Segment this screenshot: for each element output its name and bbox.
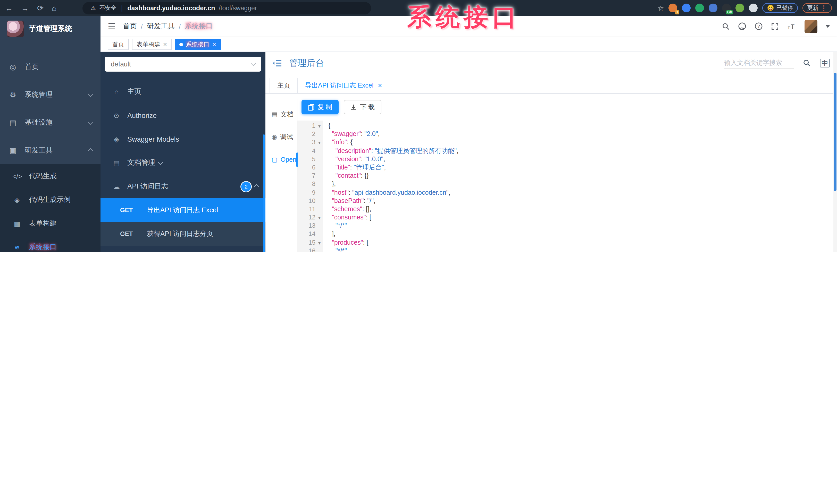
breadcrumb-item[interactable]: 研发工具 bbox=[147, 22, 175, 31]
ext-green-alien-icon[interactable] bbox=[736, 4, 745, 12]
update-pill[interactable]: 更新 ⋮ bbox=[802, 3, 832, 13]
sidebar-scrollbar-thumb[interactable] bbox=[263, 134, 265, 252]
bookmark-star-icon[interactable]: ☆ bbox=[657, 4, 664, 12]
browser-nav: ← → ⟳ ⌂ bbox=[5, 3, 83, 13]
ext-blue-drop-icon[interactable] bbox=[682, 4, 691, 12]
mini-nav-Open[interactable]: ▢Open bbox=[265, 148, 297, 171]
ext-white-paw-icon[interactable] bbox=[749, 4, 758, 12]
swagger-menu-item-2[interactable]: ◈Swagger Models bbox=[101, 127, 265, 151]
doc-tab-导出API 访问日志 Excel[interactable]: 导出API 访问日志 Excel✕ bbox=[297, 78, 390, 93]
avatar[interactable] bbox=[804, 20, 817, 33]
hamburger-icon[interactable]: ☰ bbox=[108, 21, 116, 32]
code-line: "*/*" bbox=[328, 247, 837, 252]
browser-menu-icon[interactable]: ⋮ bbox=[820, 4, 827, 12]
close-icon[interactable]: ✕ bbox=[163, 41, 167, 47]
sidebar-item-label: 首页 bbox=[25, 62, 39, 72]
sidebar-item-4[interactable]: </>代码生成 bbox=[0, 164, 101, 188]
font-size-icon[interactable]: тT bbox=[787, 22, 796, 30]
close-icon[interactable]: ✕ bbox=[212, 41, 216, 47]
fold-caret-icon[interactable]: ▾ bbox=[316, 214, 321, 222]
tag-首页[interactable]: 首页 bbox=[108, 39, 129, 50]
chevron-down-icon bbox=[158, 160, 163, 165]
help-icon[interactable]: ? bbox=[754, 22, 763, 31]
paused-pill[interactable]: 😀 已暂停 bbox=[763, 3, 798, 13]
home-icon[interactable]: ⌂ bbox=[52, 4, 56, 12]
line-number: 14 bbox=[297, 230, 323, 238]
profile-emoji-icon: 😀 bbox=[767, 5, 774, 11]
editor-column: 复 制 下 载 1▾2 3▾4 5 6 7 8 9 10 11 12▾13 14… bbox=[297, 94, 837, 252]
http-method-label: GET bbox=[120, 230, 147, 238]
open-file-icon: ▢ bbox=[272, 156, 278, 163]
fold-caret-icon[interactable]: ▾ bbox=[316, 239, 321, 247]
chevron-down-icon bbox=[251, 61, 256, 66]
language-toggle[interactable]: 中 bbox=[820, 58, 830, 67]
ext-orange-icon[interactable]: 1 bbox=[669, 4, 677, 12]
ext-github-icon[interactable]: Gh bbox=[722, 4, 731, 12]
doc-tab-label: 导出API 访问日志 Excel bbox=[305, 81, 373, 90]
fold-caret-icon[interactable]: ▾ bbox=[316, 122, 321, 130]
swagger-menu-item-0[interactable]: ⌂主页 bbox=[101, 80, 265, 104]
page-scrollbar[interactable] bbox=[833, 52, 837, 252]
address-bar[interactable]: ⚠ 不安全 | dashboard.yudao.iocoder.cn/tool/… bbox=[83, 2, 371, 14]
code-line: }, bbox=[328, 180, 837, 188]
forward-icon[interactable]: → bbox=[21, 4, 29, 12]
reload-icon[interactable]: ⟳ bbox=[37, 3, 43, 13]
sidebar-item-7[interactable]: ≋系统接口 bbox=[0, 236, 101, 252]
fold-caret-icon[interactable]: ▾ bbox=[316, 139, 321, 147]
app-submenu: </>代码生成◈代码生成示例▦表单构建≋系统接口▦数据库文档 bbox=[0, 164, 101, 252]
sidebar-item-label: 系统管理 bbox=[25, 90, 53, 99]
app-sidebar: 芋道管理系统 ◎首页⚙系统管理▤基础设施▣研发工具</>代码生成◈代码生成示例▦… bbox=[0, 16, 101, 252]
extension-icons: 1Gh bbox=[669, 4, 758, 12]
sidebar-item-label: 代码生成 bbox=[29, 171, 57, 181]
code-line: "contact": {} bbox=[328, 171, 837, 180]
sidebar-item-6[interactable]: ▦表单构建 bbox=[0, 212, 101, 236]
doc-search-input[interactable] bbox=[724, 57, 794, 68]
collapse-menu-icon[interactable] bbox=[273, 59, 282, 67]
screen: ← → ⟳ ⌂ ⚠ 不安全 | dashboard.yudao.iocoder.… bbox=[0, 0, 837, 252]
ext-blue-puzzle-icon[interactable] bbox=[709, 4, 718, 12]
sidebar-item-2[interactable]: ▤基础设施 bbox=[0, 109, 101, 136]
code-line: "*/*" bbox=[328, 222, 837, 230]
tag-表单构建[interactable]: 表单构建✕ bbox=[132, 39, 172, 50]
tag-label: 表单构建 bbox=[137, 40, 160, 48]
group-select[interactable]: default bbox=[105, 57, 261, 72]
doc-tab-主页[interactable]: 主页 bbox=[270, 78, 298, 93]
doc-search-icon[interactable] bbox=[803, 59, 811, 67]
api-operation-5[interactable]: GET导出API 访问日志 Excel bbox=[101, 198, 265, 222]
tag-系统接口[interactable]: 系统接口✕ bbox=[175, 39, 221, 50]
swagger-menu-label: Authorize bbox=[127, 112, 157, 119]
sidebar-item-0[interactable]: ◎首页 bbox=[0, 53, 101, 81]
svg-text:т: т bbox=[788, 25, 790, 30]
sidebar-item-5[interactable]: ◈代码生成示例 bbox=[0, 188, 101, 212]
sidebar-item-1[interactable]: ⚙系统管理 bbox=[0, 81, 101, 109]
user-caret-icon[interactable] bbox=[826, 25, 830, 27]
code-line: "consumes": [ bbox=[328, 213, 837, 222]
code-editor[interactable]: 1▾2 3▾4 5 6 7 8 9 10 11 12▾13 14 15▾16 1… bbox=[297, 120, 837, 252]
page-scrollbar-thumb[interactable] bbox=[834, 73, 836, 191]
github-icon[interactable] bbox=[738, 22, 746, 31]
ext-green-check-icon[interactable] bbox=[696, 4, 704, 12]
api-operation-6[interactable]: GET获得API 访问日志分页 bbox=[101, 222, 265, 246]
close-icon[interactable]: ✕ bbox=[377, 82, 382, 89]
line-number: 11 bbox=[297, 205, 323, 213]
sidebar-item-3[interactable]: ▣研发工具 bbox=[0, 136, 101, 164]
swagger-menu-item-4[interactable]: ☁API 访问日志2 bbox=[101, 174, 265, 198]
swagger-menu-item-3[interactable]: ▤文档管理 bbox=[101, 151, 265, 174]
back-icon[interactable]: ← bbox=[5, 4, 13, 12]
breadcrumb-item[interactable]: 首页 bbox=[123, 22, 137, 31]
code-line: "schemes": [], bbox=[328, 205, 837, 213]
line-number: 10 bbox=[297, 197, 323, 205]
fullscreen-icon[interactable] bbox=[771, 22, 779, 30]
swagger-menu-item-1[interactable]: ⊙Authorize bbox=[101, 104, 265, 127]
copy-icon bbox=[308, 104, 315, 111]
ext-orange-icon-badge: 1 bbox=[675, 10, 679, 14]
search-icon[interactable] bbox=[722, 22, 730, 30]
copy-button[interactable]: 复 制 bbox=[302, 100, 339, 114]
mini-nav-调试[interactable]: ◉调试 bbox=[265, 126, 297, 148]
authorize-icon: ⊙ bbox=[112, 112, 121, 119]
mini-nav-文档[interactable]: ▤文档 bbox=[265, 103, 297, 126]
download-button[interactable]: 下 载 bbox=[344, 100, 381, 114]
code-icon: </> bbox=[12, 172, 22, 180]
line-number: 2 bbox=[297, 130, 323, 138]
swagger-menu-item-7[interactable]: ☁API 错误日志3 bbox=[101, 246, 265, 252]
